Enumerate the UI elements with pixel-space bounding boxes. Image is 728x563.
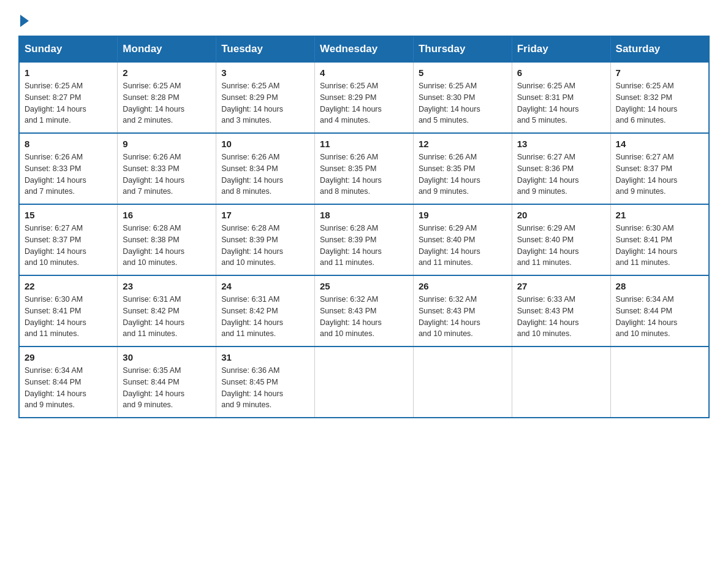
day-info: Sunrise: 6:32 AMSunset: 8:43 PMDaylight:…: [320, 294, 408, 340]
calendar-cell: 22 Sunrise: 6:30 AMSunset: 8:41 PMDaylig…: [19, 275, 118, 347]
calendar-cell: 16 Sunrise: 6:28 AMSunset: 8:38 PMDaylig…: [118, 204, 216, 275]
day-number: 20: [517, 210, 605, 220]
weekday-header-wednesday: Wednesday: [315, 36, 414, 62]
day-info: Sunrise: 6:25 AMSunset: 8:32 PMDaylight:…: [616, 80, 703, 126]
calendar-cell: 28 Sunrise: 6:34 AMSunset: 8:44 PMDaylig…: [610, 275, 709, 347]
weekday-header-row: SundayMondayTuesdayWednesdayThursdayFrid…: [19, 36, 709, 62]
day-info: Sunrise: 6:30 AMSunset: 8:41 PMDaylight:…: [25, 294, 112, 340]
day-info: Sunrise: 6:34 AMSunset: 8:44 PMDaylight:…: [616, 294, 703, 340]
day-info: Sunrise: 6:25 AMSunset: 8:27 PMDaylight:…: [25, 80, 112, 126]
day-info: Sunrise: 6:28 AMSunset: 8:38 PMDaylight:…: [123, 223, 211, 269]
day-number: 12: [419, 139, 507, 149]
calendar-cell: 15 Sunrise: 6:27 AMSunset: 8:37 PMDaylig…: [19, 204, 118, 275]
calendar-cell: 21 Sunrise: 6:30 AMSunset: 8:41 PMDaylig…: [610, 204, 709, 275]
calendar-cell: 18 Sunrise: 6:28 AMSunset: 8:39 PMDaylig…: [315, 204, 414, 275]
day-number: 21: [616, 210, 703, 220]
day-number: 16: [123, 210, 211, 220]
day-info: Sunrise: 6:31 AMSunset: 8:42 PMDaylight:…: [123, 294, 211, 340]
weekday-header-friday: Friday: [512, 36, 610, 62]
day-info: Sunrise: 6:25 AMSunset: 8:30 PMDaylight:…: [419, 80, 507, 126]
day-number: 17: [221, 210, 309, 220]
day-info: Sunrise: 6:28 AMSunset: 8:39 PMDaylight:…: [320, 223, 408, 269]
day-info: Sunrise: 6:27 AMSunset: 8:37 PMDaylight:…: [616, 151, 703, 197]
weekday-header-saturday: Saturday: [610, 36, 709, 62]
calendar-cell: 5 Sunrise: 6:25 AMSunset: 8:30 PMDayligh…: [413, 62, 512, 133]
day-number: 11: [320, 139, 408, 149]
day-info: Sunrise: 6:25 AMSunset: 8:31 PMDaylight:…: [517, 80, 605, 126]
calendar-cell: 25 Sunrise: 6:32 AMSunset: 8:43 PMDaylig…: [315, 275, 414, 347]
week-row-4: 22 Sunrise: 6:30 AMSunset: 8:41 PMDaylig…: [19, 275, 709, 347]
day-number: 14: [616, 139, 703, 149]
day-info: Sunrise: 6:25 AMSunset: 8:29 PMDaylight:…: [320, 80, 408, 126]
day-info: Sunrise: 6:26 AMSunset: 8:35 PMDaylight:…: [320, 151, 408, 197]
calendar-cell: 31 Sunrise: 6:36 AMSunset: 8:45 PMDaylig…: [216, 347, 315, 418]
day-info: Sunrise: 6:34 AMSunset: 8:44 PMDaylight:…: [25, 365, 112, 411]
day-info: Sunrise: 6:31 AMSunset: 8:42 PMDaylight:…: [221, 294, 309, 340]
day-number: 24: [221, 281, 309, 291]
day-info: Sunrise: 6:25 AMSunset: 8:28 PMDaylight:…: [123, 80, 211, 126]
day-info: Sunrise: 6:33 AMSunset: 8:43 PMDaylight:…: [517, 294, 605, 340]
calendar-cell: 4 Sunrise: 6:25 AMSunset: 8:29 PMDayligh…: [315, 62, 414, 133]
day-number: 31: [221, 352, 309, 362]
logo: [18, 12, 29, 26]
calendar-cell: 11 Sunrise: 6:26 AMSunset: 8:35 PMDaylig…: [315, 133, 414, 204]
day-number: 26: [419, 281, 507, 291]
calendar-cell: 30 Sunrise: 6:35 AMSunset: 8:44 PMDaylig…: [118, 347, 216, 418]
day-number: 25: [320, 281, 408, 291]
day-info: Sunrise: 6:27 AMSunset: 8:37 PMDaylight:…: [25, 223, 112, 269]
calendar-cell: 6 Sunrise: 6:25 AMSunset: 8:31 PMDayligh…: [512, 62, 610, 133]
calendar-cell: [413, 347, 512, 418]
day-info: Sunrise: 6:28 AMSunset: 8:39 PMDaylight:…: [221, 223, 309, 269]
calendar-cell: 8 Sunrise: 6:26 AMSunset: 8:33 PMDayligh…: [19, 133, 118, 204]
day-number: 5: [419, 67, 507, 78]
calendar-cell: 24 Sunrise: 6:31 AMSunset: 8:42 PMDaylig…: [216, 275, 315, 347]
day-number: 6: [517, 67, 605, 78]
calendar-cell: [512, 347, 610, 418]
calendar-cell: 14 Sunrise: 6:27 AMSunset: 8:37 PMDaylig…: [610, 133, 709, 204]
day-number: 30: [123, 352, 211, 362]
weekday-header-tuesday: Tuesday: [216, 36, 315, 62]
calendar-cell: 7 Sunrise: 6:25 AMSunset: 8:32 PMDayligh…: [610, 62, 709, 133]
day-number: 8: [25, 139, 112, 149]
day-info: Sunrise: 6:26 AMSunset: 8:33 PMDaylight:…: [123, 151, 211, 197]
day-number: 13: [517, 139, 605, 149]
calendar-cell: 29 Sunrise: 6:34 AMSunset: 8:44 PMDaylig…: [19, 347, 118, 418]
calendar-cell: 3 Sunrise: 6:25 AMSunset: 8:29 PMDayligh…: [216, 62, 315, 133]
day-number: 23: [123, 281, 211, 291]
calendar-cell: 10 Sunrise: 6:26 AMSunset: 8:34 PMDaylig…: [216, 133, 315, 204]
day-info: Sunrise: 6:25 AMSunset: 8:29 PMDaylight:…: [221, 80, 309, 126]
day-number: 9: [123, 139, 211, 149]
day-number: 3: [221, 67, 309, 78]
day-info: Sunrise: 6:32 AMSunset: 8:43 PMDaylight:…: [419, 294, 507, 340]
week-row-1: 1 Sunrise: 6:25 AMSunset: 8:27 PMDayligh…: [19, 62, 709, 133]
day-number: 1: [25, 67, 112, 78]
logo-arrow-icon: [20, 15, 29, 27]
week-row-3: 15 Sunrise: 6:27 AMSunset: 8:37 PMDaylig…: [19, 204, 709, 275]
calendar-cell: 19 Sunrise: 6:29 AMSunset: 8:40 PMDaylig…: [413, 204, 512, 275]
calendar-cell: 2 Sunrise: 6:25 AMSunset: 8:28 PMDayligh…: [118, 62, 216, 133]
calendar-cell: 1 Sunrise: 6:25 AMSunset: 8:27 PMDayligh…: [19, 62, 118, 133]
calendar-cell: 26 Sunrise: 6:32 AMSunset: 8:43 PMDaylig…: [413, 275, 512, 347]
day-number: 2: [123, 67, 211, 78]
weekday-header-monday: Monday: [118, 36, 216, 62]
calendar-cell: 17 Sunrise: 6:28 AMSunset: 8:39 PMDaylig…: [216, 204, 315, 275]
day-info: Sunrise: 6:35 AMSunset: 8:44 PMDaylight:…: [123, 365, 211, 411]
calendar-cell: [610, 347, 709, 418]
day-number: 27: [517, 281, 605, 291]
calendar-cell: 20 Sunrise: 6:29 AMSunset: 8:40 PMDaylig…: [512, 204, 610, 275]
day-info: Sunrise: 6:36 AMSunset: 8:45 PMDaylight:…: [221, 365, 309, 411]
week-row-5: 29 Sunrise: 6:34 AMSunset: 8:44 PMDaylig…: [19, 347, 709, 418]
weekday-header-sunday: Sunday: [19, 36, 118, 62]
day-info: Sunrise: 6:29 AMSunset: 8:40 PMDaylight:…: [517, 223, 605, 269]
calendar-cell: 27 Sunrise: 6:33 AMSunset: 8:43 PMDaylig…: [512, 275, 610, 347]
calendar-cell: [315, 347, 414, 418]
day-number: 22: [25, 281, 112, 291]
day-number: 7: [616, 67, 703, 78]
day-number: 15: [25, 210, 112, 220]
day-info: Sunrise: 6:27 AMSunset: 8:36 PMDaylight:…: [517, 151, 605, 197]
page-header: [18, 12, 710, 26]
weekday-header-thursday: Thursday: [413, 36, 512, 62]
day-info: Sunrise: 6:29 AMSunset: 8:40 PMDaylight:…: [419, 223, 507, 269]
calendar-cell: 9 Sunrise: 6:26 AMSunset: 8:33 PMDayligh…: [118, 133, 216, 204]
week-row-2: 8 Sunrise: 6:26 AMSunset: 8:33 PMDayligh…: [19, 133, 709, 204]
